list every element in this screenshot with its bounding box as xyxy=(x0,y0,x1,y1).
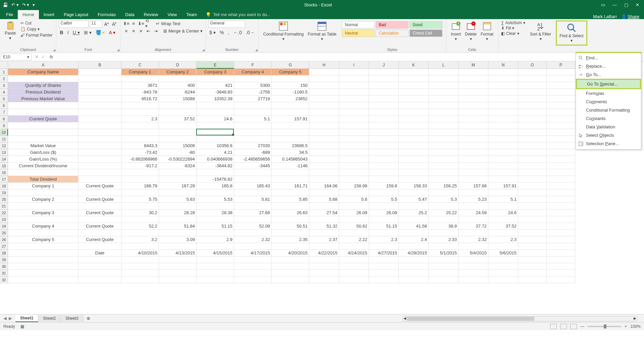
cell[interactable]: 2.3 xyxy=(488,236,518,243)
cell[interactable] xyxy=(369,230,399,236)
underline-button[interactable]: U ▾ xyxy=(72,29,81,36)
cell[interactable]: 27.54 xyxy=(309,209,339,216)
cell[interactable] xyxy=(369,277,399,283)
style-check-cell[interactable]: Check Cell xyxy=(410,29,442,37)
tab-page-layout[interactable]: Page Layout xyxy=(59,10,93,19)
cell[interactable] xyxy=(399,277,429,283)
col-header-M[interactable]: M xyxy=(459,61,488,69)
cell[interactable] xyxy=(272,122,309,129)
menu-formulas[interactable]: Formulas xyxy=(576,89,641,98)
cell[interactable] xyxy=(518,89,547,96)
cell[interactable] xyxy=(547,183,575,189)
row-header-25[interactable]: 25 xyxy=(0,230,8,236)
cell[interactable] xyxy=(197,263,234,270)
cell[interactable] xyxy=(339,96,369,102)
cell[interactable] xyxy=(339,176,369,183)
cell[interactable] xyxy=(339,122,369,129)
cell[interactable] xyxy=(78,116,121,122)
cell[interactable] xyxy=(488,75,518,82)
cell[interactable] xyxy=(459,176,488,183)
cell[interactable] xyxy=(197,109,234,116)
cancel-formula-icon[interactable]: ✕ xyxy=(35,54,39,59)
cell[interactable]: 3.09 xyxy=(159,236,197,243)
cell[interactable] xyxy=(399,142,429,149)
cell[interactable] xyxy=(78,102,121,109)
cell[interactable] xyxy=(272,176,309,183)
page-layout-view-button[interactable] xyxy=(560,324,567,329)
cell[interactable] xyxy=(234,109,272,116)
cell[interactable]: Market Value xyxy=(8,142,78,149)
percent-format-button[interactable]: % xyxy=(219,29,225,36)
cell[interactable] xyxy=(78,230,121,236)
cell[interactable] xyxy=(272,136,309,142)
cell[interactable] xyxy=(234,216,272,223)
cell[interactable] xyxy=(518,69,547,75)
cell[interactable] xyxy=(369,109,399,116)
cell[interactable] xyxy=(309,96,339,102)
cell[interactable] xyxy=(159,176,197,183)
row-header-15[interactable]: 15 xyxy=(0,163,8,169)
cell[interactable] xyxy=(78,75,121,82)
cell[interactable] xyxy=(234,129,272,136)
cell[interactable]: Previous Market Value xyxy=(8,96,78,102)
cell[interactable] xyxy=(459,277,488,283)
cell[interactable] xyxy=(121,109,159,116)
menu-goto-special[interactable]: Go To Special... xyxy=(576,79,641,89)
cell[interactable] xyxy=(399,149,429,156)
cell[interactable]: 0.040666938 xyxy=(197,156,234,163)
cell[interactable] xyxy=(459,75,488,82)
cell[interactable]: 3.2 xyxy=(121,236,159,243)
cell[interactable]: 23686.5 xyxy=(272,142,309,149)
cell[interactable] xyxy=(518,230,547,236)
cell[interactable] xyxy=(309,156,339,163)
cell[interactable] xyxy=(369,163,399,169)
zoom-in-button[interactable]: + xyxy=(625,324,627,329)
cell[interactable]: 4/13/2015 xyxy=(159,250,197,256)
cell[interactable] xyxy=(309,75,339,82)
spreadsheet-grid[interactable]: ABCDEFGHIJKLMNOP 12345678910111213141516… xyxy=(0,61,644,314)
select-all-corner[interactable] xyxy=(0,61,8,69)
decrease-font-icon[interactable]: A▾ xyxy=(111,21,117,27)
cell[interactable] xyxy=(399,189,429,196)
cell[interactable] xyxy=(78,203,121,209)
cell[interactable]: -917.2 xyxy=(121,163,159,169)
cell[interactable]: 5.23 xyxy=(459,196,488,203)
cell[interactable] xyxy=(459,156,488,163)
cell[interactable] xyxy=(459,102,488,109)
cell[interactable] xyxy=(429,176,459,183)
cell[interactable] xyxy=(488,163,518,169)
cell[interactable]: Company 5 xyxy=(8,236,78,243)
cell[interactable]: 26.09 xyxy=(369,209,399,216)
cell[interactable] xyxy=(429,156,459,163)
style-good[interactable]: Good xyxy=(410,21,442,28)
macro-record-icon[interactable]: ▦ xyxy=(20,324,24,329)
cell[interactable] xyxy=(488,122,518,129)
cell[interactable] xyxy=(518,176,547,183)
cell[interactable] xyxy=(547,116,575,122)
decrease-indent-icon[interactable]: ⇤ xyxy=(145,28,151,34)
cell[interactable]: 4/29/2015 xyxy=(399,250,429,256)
cell[interactable] xyxy=(547,149,575,156)
cell[interactable] xyxy=(78,69,121,75)
cell[interactable] xyxy=(547,129,575,136)
cell[interactable]: 157.91 xyxy=(488,183,518,189)
cell[interactable] xyxy=(197,216,234,223)
cell[interactable] xyxy=(309,136,339,142)
cell[interactable] xyxy=(369,142,399,149)
cell[interactable]: 51.32 xyxy=(309,223,339,230)
cell[interactable] xyxy=(272,75,309,82)
cell[interactable]: -2.485659656 xyxy=(234,156,272,163)
italic-button[interactable]: I xyxy=(66,29,70,36)
cell[interactable] xyxy=(459,82,488,89)
cell[interactable] xyxy=(339,263,369,270)
cell[interactable] xyxy=(8,102,78,109)
cell[interactable] xyxy=(339,189,369,196)
cell[interactable]: -843.78 xyxy=(121,89,159,96)
cell[interactable]: 51.15 xyxy=(369,223,399,230)
cell[interactable] xyxy=(518,209,547,216)
cell[interactable] xyxy=(121,256,159,263)
cell[interactable] xyxy=(547,216,575,223)
format-cells-button[interactable]: Format▾ xyxy=(479,20,495,42)
cell[interactable] xyxy=(272,169,309,176)
cell[interactable] xyxy=(547,230,575,236)
